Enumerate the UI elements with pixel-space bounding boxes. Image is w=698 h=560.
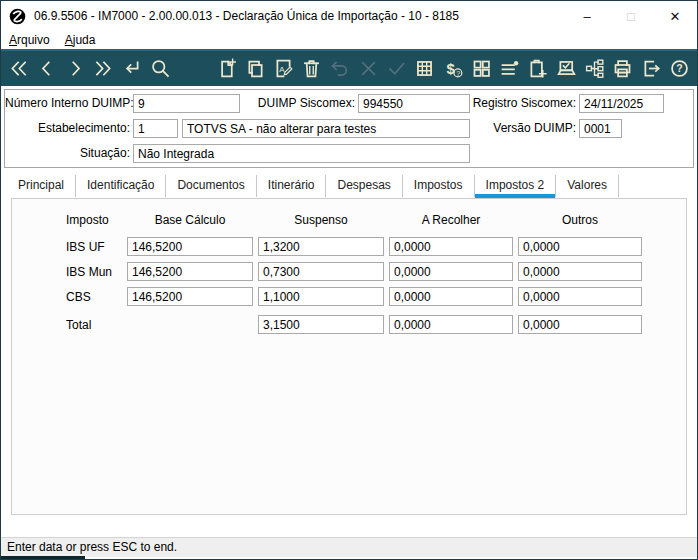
tax-value-base-input[interactable] [127, 262, 253, 281]
currency-query-icon[interactable] [442, 57, 463, 80]
numero-interno-input[interactable] [133, 94, 240, 113]
window-controls: –□✕ [565, 1, 697, 31]
tax-row-total: Total [66, 315, 686, 334]
first-record-icon[interactable] [8, 57, 29, 80]
registro-siscomex-input[interactable] [579, 94, 664, 113]
tax-value-outros-input[interactable] [518, 287, 642, 306]
col-header-outros: Outros [518, 213, 642, 227]
table-grid-icon[interactable] [414, 57, 435, 80]
header-form-panel: Número Interno DUIMP: DUIMP Siscomex: Re… [4, 89, 694, 168]
copy-document-icon[interactable] [244, 57, 265, 80]
col-header-imposto: Imposto [66, 213, 122, 227]
tax-value-outros-input[interactable] [518, 237, 642, 256]
toolbar-spacer [178, 68, 209, 69]
col-header-suspenso: Suspenso [258, 213, 384, 227]
app-logo-icon [9, 8, 26, 25]
undo-icon [329, 57, 350, 80]
tab-valores[interactable]: Valores [556, 175, 619, 197]
delete-trash-icon[interactable] [301, 57, 322, 80]
estabelecimento-descricao-input[interactable] [182, 119, 470, 138]
org-tree-icon[interactable] [584, 57, 605, 80]
tax-table-header: Imposto Base Cálculo Suspenso A Recolher… [66, 213, 686, 227]
window-title: 06.9.5506 - IM7000 - 2.00.00.013 - Decla… [34, 9, 459, 23]
tax-row-label: CBS [66, 290, 122, 304]
maximize-button: □ [609, 1, 653, 31]
tax-row-cbs: CBS [66, 287, 686, 306]
tax-value-a-recolher-input[interactable] [389, 315, 513, 334]
numero-interno-label: Número Interno DUIMP: [5, 94, 130, 113]
registro-siscomex-label: Registro Siscomex: [465, 94, 576, 113]
monitor-check-icon[interactable] [556, 57, 577, 80]
tax-row-ibs-uf: IBS UF [66, 237, 686, 256]
tax-row-label: Total [66, 318, 122, 332]
menu-bar: ArquivoAjuda [1, 31, 697, 49]
list-details-icon[interactable] [499, 57, 520, 80]
title-bar: 06.9.5506 - IM7000 - 2.00.00.013 - Decla… [1, 1, 697, 31]
tax-value-a-recolher-input[interactable] [389, 237, 513, 256]
tax-value-outros-input[interactable] [518, 315, 642, 334]
tab-despesas[interactable]: Despesas [326, 175, 402, 197]
next-record-icon[interactable] [65, 57, 86, 80]
tax-value-suspenso-input[interactable] [258, 315, 384, 334]
last-record-icon[interactable] [93, 57, 114, 80]
tax-value-base-input[interactable] [127, 237, 253, 256]
status-bar: Enter data or press ESC to end. [1, 537, 697, 557]
col-header-a-recolher: A Recolher [389, 213, 513, 227]
tab-impostos[interactable]: Impostos [403, 175, 475, 197]
modules-grid-icon[interactable] [471, 57, 492, 80]
duimp-siscomex-input[interactable] [358, 94, 470, 113]
help-icon[interactable] [669, 57, 690, 80]
app-window: 06.9.5506 - IM7000 - 2.00.00.013 - Decla… [0, 0, 698, 560]
tax-row-label: IBS Mun [66, 265, 122, 279]
tax-value-base-input[interactable] [127, 287, 253, 306]
tax-value-a-recolher-input[interactable] [389, 287, 513, 306]
close-button[interactable]: ✕ [653, 1, 697, 31]
confirm-check-icon [386, 57, 407, 80]
clipboard-add-icon[interactable] [527, 57, 548, 80]
previous-record-icon[interactable] [36, 57, 57, 80]
tab-itinerario[interactable]: Itinerário [257, 175, 327, 197]
edit-document-icon[interactable] [273, 57, 294, 80]
situacao-label: Situação: [5, 144, 130, 163]
toolbar [1, 49, 697, 86]
tax-value-suspenso-input[interactable] [258, 287, 384, 306]
tax-value-suspenso-input[interactable] [258, 262, 384, 281]
versao-duimp-label: Versão DUIMP: [465, 119, 576, 138]
minimize-button[interactable]: – [565, 1, 609, 31]
tab-content-panel: Imposto Base Cálculo Suspenso A Recolher… [11, 198, 687, 515]
col-header-base-calculo: Base Cálculo [127, 213, 253, 227]
tab-bar: PrincipalIdentificaçãoDocumentosItinerár… [7, 175, 619, 197]
estabelecimento-input[interactable] [133, 119, 178, 138]
menu-item-arquivo[interactable]: Arquivo [9, 33, 50, 47]
new-document-icon[interactable] [216, 57, 237, 80]
status-message: Enter data or press ESC to end. [7, 540, 177, 554]
situacao-input[interactable] [133, 144, 470, 163]
tax-row-ibs-mun: IBS Mun [66, 262, 686, 281]
versao-duimp-input[interactable] [579, 119, 622, 138]
tax-value-suspenso-input[interactable] [258, 237, 384, 256]
tax-value-a-recolher-input[interactable] [389, 262, 513, 281]
tax-row-label: IBS UF [66, 240, 122, 254]
tab-impostos-2[interactable]: Impostos 2 [475, 175, 557, 197]
tab-identificacao[interactable]: Identificação [76, 175, 166, 197]
search-icon[interactable] [149, 57, 170, 80]
tax-table: Imposto Base Cálculo Suspenso A Recolher… [12, 199, 686, 334]
estabelecimento-label: Estabelecimento: [5, 119, 130, 138]
menu-item-ajuda[interactable]: Ajuda [65, 33, 96, 47]
cancel-x-icon [358, 57, 379, 80]
background-window-edge [1, 556, 85, 559]
print-icon[interactable] [612, 57, 633, 80]
exit-icon[interactable] [640, 57, 661, 80]
tax-table-rows: IBS UFIBS MunCBSTotal [66, 237, 686, 334]
duimp-siscomex-label: DUIMP Siscomex: [245, 94, 355, 113]
enter-return-icon[interactable] [121, 57, 142, 80]
tab-documentos[interactable]: Documentos [166, 175, 256, 197]
tab-principal[interactable]: Principal [7, 175, 76, 197]
tax-value-outros-input[interactable] [518, 262, 642, 281]
